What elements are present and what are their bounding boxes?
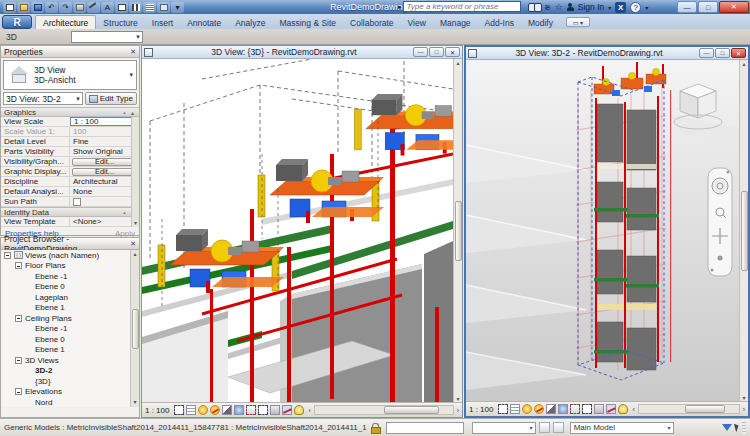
collapse-icon[interactable] xyxy=(15,262,22,269)
help-icon[interactable]: ? xyxy=(630,2,641,13)
measure-button[interactable] xyxy=(87,2,100,13)
help-search-input[interactable] xyxy=(403,1,521,12)
properties-close-icon[interactable]: ✕ xyxy=(130,48,136,56)
scroll-up-icon[interactable]: ▴ xyxy=(742,60,745,67)
tab-insert[interactable]: Insert xyxy=(145,16,180,29)
reveal-hidden-icon[interactable] xyxy=(618,404,628,414)
sign-in-dropdown-icon[interactable]: ▾ xyxy=(608,4,611,11)
type-selector[interactable]: 3D View 3D-Ansicht ▾ xyxy=(3,60,137,90)
collapse-icon[interactable] xyxy=(15,388,22,395)
rendering-dialog-icon[interactable] xyxy=(234,405,244,415)
section-identity-label[interactable]: Identity Data xyxy=(4,208,49,217)
scroll-down-icon[interactable]: ▾ xyxy=(456,395,459,402)
text-button[interactable]: A xyxy=(101,2,114,13)
detail-level-icon[interactable] xyxy=(498,404,508,414)
tree-item[interactable]: {3D} xyxy=(1,376,139,387)
property-row[interactable]: Discipline Architectural xyxy=(1,177,139,187)
property-row[interactable]: Visibility/Graph... Edit... xyxy=(1,157,139,167)
section-button[interactable] xyxy=(129,2,142,13)
scrollbar-thumb[interactable] xyxy=(685,405,725,413)
status-input[interactable] xyxy=(386,422,464,434)
scroll-right-icon[interactable]: › xyxy=(457,407,459,414)
property-row[interactable]: Default Analysi... None xyxy=(1,187,139,197)
scroll-down-icon[interactable]: ▾ xyxy=(134,219,137,227)
shadows-icon[interactable] xyxy=(222,405,232,415)
maximize-button[interactable]: □ xyxy=(698,1,718,13)
save-button[interactable] xyxy=(31,2,44,13)
lock-view-icon[interactable] xyxy=(594,404,604,414)
view1-horizontal-scrollbar[interactable] xyxy=(314,405,454,415)
collapse-icon[interactable] xyxy=(15,315,22,322)
scroll-up-icon[interactable]: ▴ xyxy=(456,59,459,66)
property-row[interactable]: Detail Level Fine xyxy=(1,137,139,147)
tree-item[interactable]: Ebene 0 xyxy=(1,282,139,293)
tree-item[interactable]: Ebene -1 xyxy=(1,271,139,282)
filter-icon[interactable] xyxy=(722,424,732,431)
ribbon-display-toggle[interactable]: ▭ ▾ xyxy=(566,17,590,27)
scale-button[interactable]: 1 : 100 xyxy=(145,406,169,415)
scrollbar-thumb[interactable] xyxy=(455,201,462,261)
search-icon[interactable] xyxy=(528,3,540,11)
tree-item[interactable]: Elevations xyxy=(1,387,139,398)
tab-modify[interactable]: Modify xyxy=(521,16,560,29)
sun-path-icon[interactable] xyxy=(198,405,208,415)
crop-view-icon[interactable] xyxy=(246,405,256,415)
worksets-icon[interactable] xyxy=(539,422,550,433)
tree-item[interactable]: Lageplan xyxy=(1,292,139,303)
application-menu-button[interactable]: R xyxy=(2,15,32,29)
worksets-combo[interactable]: ▾ xyxy=(472,422,536,434)
tab-analyze[interactable]: Analyze xyxy=(228,16,272,29)
open-button[interactable] xyxy=(17,2,30,13)
exchange-apps-icon[interactable]: X xyxy=(615,2,626,13)
crop-region-icon[interactable] xyxy=(258,405,268,415)
tree-item[interactable]: Ebene -1 xyxy=(1,324,139,335)
scroll-left-icon[interactable]: ‹ xyxy=(632,406,634,413)
crop-region-icon[interactable] xyxy=(582,404,592,414)
scrollbar-thumb[interactable] xyxy=(384,406,439,414)
resize-grip[interactable] xyxy=(742,422,746,434)
edit-type-button[interactable]: Edit Type xyxy=(85,92,137,105)
close-button[interactable]: ✕ xyxy=(719,1,749,13)
tree-item[interactable]: Floor Plans xyxy=(1,261,139,272)
undo-button[interactable]: ↶ xyxy=(45,2,58,13)
detail-level-icon[interactable] xyxy=(174,405,184,415)
shadows-icon[interactable] xyxy=(546,404,556,414)
crop-view-icon[interactable] xyxy=(570,404,580,414)
options-bar-combo[interactable]: ▾ xyxy=(71,31,143,43)
tab-collaborate[interactable]: Collaborate xyxy=(343,16,400,29)
view1-canvas[interactable]: ▴ ▾ xyxy=(142,59,462,402)
view-scale-value[interactable]: 1 : 100 xyxy=(70,117,138,126)
tab-annotate[interactable]: Annotate xyxy=(180,16,228,29)
project-browser-close-icon[interactable]: ✕ xyxy=(130,240,136,248)
property-row[interactable]: Sun Path xyxy=(1,197,139,207)
scrollbar-thumb[interactable] xyxy=(132,309,139,349)
view-minimize-button[interactable]: — xyxy=(413,47,428,57)
sun-path-icon[interactable] xyxy=(522,404,532,414)
sign-in-label[interactable]: Sign In xyxy=(578,2,604,12)
visual-style-icon[interactable] xyxy=(510,404,520,414)
redo-button[interactable]: ↷ xyxy=(59,2,72,13)
element-filter-combo[interactable]: 3D View: 3D-2 ▾ xyxy=(3,92,83,105)
tab-manage[interactable]: Manage xyxy=(433,16,478,29)
thin-lines-button[interactable] xyxy=(143,2,156,13)
scale-button[interactable]: 1 : 100 xyxy=(469,405,493,414)
view1-vertical-scrollbar[interactable]: ▴ ▾ xyxy=(453,59,462,402)
scrollbar-thumb[interactable] xyxy=(741,191,748,271)
property-row[interactable]: View Template <None> xyxy=(1,217,139,227)
tree-item[interactable]: Ebene 1 xyxy=(1,303,139,314)
project-browser-scrollbar[interactable]: ▴ ▾ xyxy=(130,250,139,407)
tree-item[interactable]: { }Views (nach Namen) xyxy=(1,250,139,261)
tree-item[interactable]: Ebene 0 xyxy=(1,334,139,345)
graphic-display-edit-button[interactable]: Edit... xyxy=(72,168,137,176)
temporary-hide-isolate-icon[interactable] xyxy=(606,404,616,414)
minimize-button[interactable]: — xyxy=(677,1,697,13)
select-icon[interactable] xyxy=(734,423,740,433)
sign-in-icon[interactable] xyxy=(567,3,574,11)
visual-style-icon[interactable] xyxy=(186,405,196,415)
design-options-combo[interactable]: Main Model ▾ xyxy=(570,422,674,434)
rendering-dialog-icon[interactable] xyxy=(558,404,568,414)
tree-item[interactable]: Nord xyxy=(1,397,139,407)
pin-icon[interactable]: ▪ ▴ xyxy=(123,109,136,116)
scroll-up-icon[interactable]: ▴ xyxy=(133,250,136,259)
revit-app-icon[interactable] xyxy=(3,2,16,13)
